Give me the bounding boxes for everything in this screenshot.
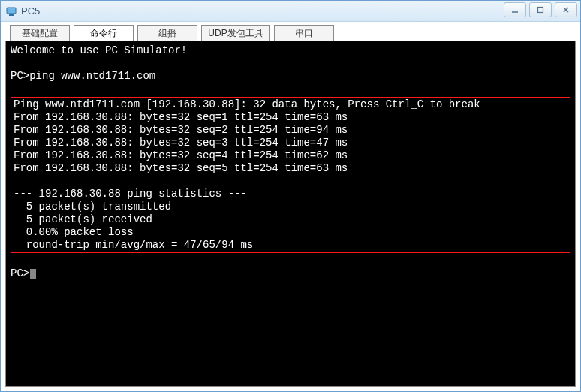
app-icon [5,5,17,17]
terminal-line: --- 192.168.30.88 ping statistics --- [14,188,247,200]
terminal-line: From 192.168.30.88: bytes=32 seq=1 ttl=2… [14,111,348,123]
highlighted-output: Ping www.ntd1711.com [192.168.30.88]: 32… [11,97,570,253]
client-area: 基础配置 命令行 组播 UDP发包工具 串口 Welcome to use PC… [1,22,580,391]
window-title: PC5 [21,5,40,17]
tab-udp-tool[interactable]: UDP发包工具 [201,25,270,41]
close-button[interactable] [555,2,577,17]
terminal-line: Welcome to use PC Simulator! [11,44,187,56]
maximize-button[interactable] [529,2,552,17]
terminal-container: Welcome to use PC Simulator! PC>ping www… [5,41,576,387]
window-controls [504,2,577,17]
tab-basic-config[interactable]: 基础配置 [10,25,70,41]
tab-multicast[interactable]: 组播 [137,25,197,41]
terminal-line: 5 packet(s) received [14,213,152,225]
tab-serial[interactable]: 串口 [274,25,334,41]
terminal-line: 0.00% packet loss [14,226,134,238]
terminal-line: Ping www.ntd1711.com [192.168.30.88]: 32… [14,98,480,110]
minimize-button[interactable] [504,2,526,17]
terminal-line: From 192.168.30.88: bytes=32 seq=4 ttl=2… [14,149,348,161]
tab-command-line[interactable]: 命令行 [74,25,134,41]
terminal-line: 5 packet(s) transmitted [14,201,171,213]
svg-rect-1 [9,14,14,16]
terminal-line: From 192.168.30.88: bytes=32 seq=5 ttl=2… [14,162,348,174]
terminal-line: From 192.168.30.88: bytes=32 seq=3 ttl=2… [14,137,348,149]
terminal-prompt: PC> [11,267,29,279]
terminal-line: From 192.168.30.88: bytes=32 seq=2 ttl=2… [14,124,348,136]
title-bar: PC5 [1,1,580,22]
svg-rect-3 [538,8,543,13]
terminal-line: PC>ping www.ntd1711.com [11,70,155,82]
terminal-cursor [30,269,36,279]
terminal-line: round-trip min/avg/max = 47/65/94 ms [14,239,253,251]
terminal-output[interactable]: Welcome to use PC Simulator! PC>ping www… [11,44,570,280]
svg-rect-0 [7,8,16,14]
tab-bar: 基础配置 命令行 组播 UDP发包工具 串口 [10,25,576,41]
app-window: PC5 基础配置 命令行 组播 UDP发包工具 串口 Welcome to us… [0,0,581,392]
